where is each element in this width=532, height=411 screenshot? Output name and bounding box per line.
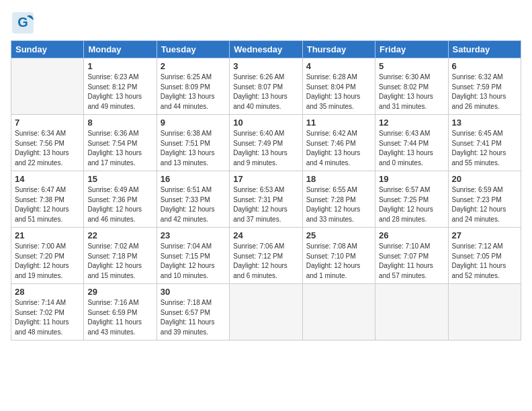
day-number: 7 (15, 118, 80, 128)
day-info: Sunrise: 7:14 AM Sunset: 7:02 PM Dayligh… (15, 298, 80, 337)
calendar-cell: 22Sunrise: 7:02 AM Sunset: 7:18 PM Dayli… (84, 228, 157, 284)
calendar-cell: 13Sunrise: 6:45 AM Sunset: 7:41 PM Dayli… (448, 115, 521, 171)
calendar-cell: 20Sunrise: 6:59 AM Sunset: 7:23 PM Dayli… (448, 171, 521, 228)
day-info: Sunrise: 6:53 AM Sunset: 7:31 PM Dayligh… (233, 185, 298, 224)
day-number: 15 (87, 174, 152, 184)
day-info: Sunrise: 6:57 AM Sunset: 7:25 PM Dayligh… (379, 185, 444, 224)
weekday-header-sunday: Sunday (11, 41, 84, 58)
calendar-cell (11, 58, 84, 115)
day-number: 29 (87, 287, 152, 297)
day-number: 25 (306, 230, 371, 240)
day-number: 23 (161, 230, 226, 240)
day-info: Sunrise: 6:55 AM Sunset: 7:28 PM Dayligh… (306, 185, 371, 224)
calendar-cell: 27Sunrise: 7:12 AM Sunset: 7:05 PM Dayli… (448, 228, 521, 284)
day-number: 24 (233, 230, 298, 240)
calendar-cell: 5Sunrise: 6:30 AM Sunset: 8:02 PM Daylig… (375, 58, 448, 115)
calendar-table: SundayMondayTuesdayWednesdayThursdayFrid… (11, 40, 521, 340)
day-number: 13 (452, 118, 517, 128)
calendar-cell: 30Sunrise: 7:18 AM Sunset: 6:57 PM Dayli… (157, 284, 229, 340)
day-number: 27 (452, 230, 517, 240)
day-info: Sunrise: 6:25 AM Sunset: 8:09 PM Dayligh… (161, 73, 226, 111)
day-info: Sunrise: 7:00 AM Sunset: 7:20 PM Dayligh… (15, 242, 80, 281)
day-number: 8 (87, 118, 152, 128)
calendar-cell: 7Sunrise: 6:34 AM Sunset: 7:56 PM Daylig… (11, 115, 84, 171)
weekday-header-friday: Friday (375, 41, 448, 58)
calendar-cell: 8Sunrise: 6:36 AM Sunset: 7:54 PM Daylig… (84, 115, 157, 171)
day-number: 30 (161, 287, 226, 297)
calendar-cell (448, 284, 521, 340)
day-info: Sunrise: 6:51 AM Sunset: 7:33 PM Dayligh… (161, 185, 226, 224)
calendar-cell: 1Sunrise: 6:23 AM Sunset: 8:12 PM Daylig… (84, 58, 157, 115)
weekday-header-tuesday: Tuesday (157, 41, 229, 58)
calendar-cell: 28Sunrise: 7:14 AM Sunset: 7:02 PM Dayli… (11, 284, 84, 340)
calendar-cell: 24Sunrise: 7:06 AM Sunset: 7:12 PM Dayli… (230, 228, 302, 284)
day-info: Sunrise: 7:16 AM Sunset: 6:59 PM Dayligh… (87, 298, 152, 337)
svg-text:G: G (17, 15, 28, 30)
day-number: 19 (379, 174, 444, 184)
header: G (11, 11, 521, 35)
day-number: 22 (87, 230, 152, 240)
day-number: 6 (452, 61, 517, 71)
calendar-header-row: SundayMondayTuesdayWednesdayThursdayFrid… (11, 41, 521, 58)
day-info: Sunrise: 6:42 AM Sunset: 7:46 PM Dayligh… (306, 129, 371, 168)
day-info: Sunrise: 7:04 AM Sunset: 7:15 PM Dayligh… (161, 242, 226, 281)
day-info: Sunrise: 6:23 AM Sunset: 8:12 PM Dayligh… (87, 73, 152, 111)
week-row-1: 1Sunrise: 6:23 AM Sunset: 8:12 PM Daylig… (11, 58, 521, 115)
calendar-cell: 16Sunrise: 6:51 AM Sunset: 7:33 PM Dayli… (157, 171, 229, 228)
day-info: Sunrise: 6:34 AM Sunset: 7:56 PM Dayligh… (15, 129, 80, 168)
day-info: Sunrise: 6:30 AM Sunset: 8:02 PM Dayligh… (379, 73, 444, 111)
day-number: 2 (161, 61, 226, 71)
calendar-cell: 10Sunrise: 6:40 AM Sunset: 7:49 PM Dayli… (230, 115, 302, 171)
calendar-cell: 11Sunrise: 6:42 AM Sunset: 7:46 PM Dayli… (302, 115, 375, 171)
calendar-cell (230, 284, 302, 340)
week-row-3: 14Sunrise: 6:47 AM Sunset: 7:38 PM Dayli… (11, 171, 521, 228)
calendar-cell: 29Sunrise: 7:16 AM Sunset: 6:59 PM Dayli… (84, 284, 157, 340)
day-info: Sunrise: 6:28 AM Sunset: 8:04 PM Dayligh… (306, 73, 371, 111)
day-info: Sunrise: 6:45 AM Sunset: 7:41 PM Dayligh… (452, 129, 517, 168)
weekday-header-saturday: Saturday (448, 41, 521, 58)
day-number: 21 (15, 230, 80, 240)
weekday-header-thursday: Thursday (302, 41, 375, 58)
day-info: Sunrise: 6:36 AM Sunset: 7:54 PM Dayligh… (87, 129, 152, 168)
calendar-cell: 19Sunrise: 6:57 AM Sunset: 7:25 PM Dayli… (375, 171, 448, 228)
day-number: 17 (233, 174, 298, 184)
day-number: 14 (15, 174, 80, 184)
weekday-header-wednesday: Wednesday (230, 41, 302, 58)
day-info: Sunrise: 6:59 AM Sunset: 7:23 PM Dayligh… (452, 185, 517, 224)
calendar-cell: 12Sunrise: 6:43 AM Sunset: 7:44 PM Dayli… (375, 115, 448, 171)
calendar-cell: 21Sunrise: 7:00 AM Sunset: 7:20 PM Dayli… (11, 228, 84, 284)
day-number: 11 (306, 118, 371, 128)
day-number: 20 (452, 174, 517, 184)
calendar-cell: 15Sunrise: 6:49 AM Sunset: 7:36 PM Dayli… (84, 171, 157, 228)
day-info: Sunrise: 6:47 AM Sunset: 7:38 PM Dayligh… (15, 185, 80, 224)
calendar-cell (302, 284, 375, 340)
week-row-2: 7Sunrise: 6:34 AM Sunset: 7:56 PM Daylig… (11, 115, 521, 171)
calendar-cell: 14Sunrise: 6:47 AM Sunset: 7:38 PM Dayli… (11, 171, 84, 228)
calendar-cell: 2Sunrise: 6:25 AM Sunset: 8:09 PM Daylig… (157, 58, 229, 115)
calendar-cell: 4Sunrise: 6:28 AM Sunset: 8:04 PM Daylig… (302, 58, 375, 115)
day-number: 3 (233, 61, 298, 71)
day-number: 4 (306, 61, 371, 71)
logo-icon: G (11, 11, 35, 35)
day-info: Sunrise: 7:06 AM Sunset: 7:12 PM Dayligh… (233, 242, 298, 281)
weekday-header-monday: Monday (84, 41, 157, 58)
day-number: 12 (379, 118, 444, 128)
calendar-cell: 6Sunrise: 6:32 AM Sunset: 7:59 PM Daylig… (448, 58, 521, 115)
day-number: 5 (379, 61, 444, 71)
day-info: Sunrise: 6:49 AM Sunset: 7:36 PM Dayligh… (87, 185, 152, 224)
calendar-cell: 17Sunrise: 6:53 AM Sunset: 7:31 PM Dayli… (230, 171, 302, 228)
day-number: 9 (161, 118, 226, 128)
logo: G (11, 11, 38, 35)
calendar-cell: 18Sunrise: 6:55 AM Sunset: 7:28 PM Dayli… (302, 171, 375, 228)
day-info: Sunrise: 6:40 AM Sunset: 7:49 PM Dayligh… (233, 129, 298, 168)
day-info: Sunrise: 7:08 AM Sunset: 7:10 PM Dayligh… (306, 242, 371, 281)
week-row-5: 28Sunrise: 7:14 AM Sunset: 7:02 PM Dayli… (11, 284, 521, 340)
day-info: Sunrise: 7:18 AM Sunset: 6:57 PM Dayligh… (161, 298, 226, 337)
week-row-4: 21Sunrise: 7:00 AM Sunset: 7:20 PM Dayli… (11, 228, 521, 284)
calendar-cell (375, 284, 448, 340)
calendar-cell: 9Sunrise: 6:38 AM Sunset: 7:51 PM Daylig… (157, 115, 229, 171)
day-info: Sunrise: 7:02 AM Sunset: 7:18 PM Dayligh… (87, 242, 152, 281)
page-container: G SundayMondayTuesdayWednesdayThursdayFr… (11, 11, 521, 340)
day-number: 18 (306, 174, 371, 184)
day-number: 28 (15, 287, 80, 297)
